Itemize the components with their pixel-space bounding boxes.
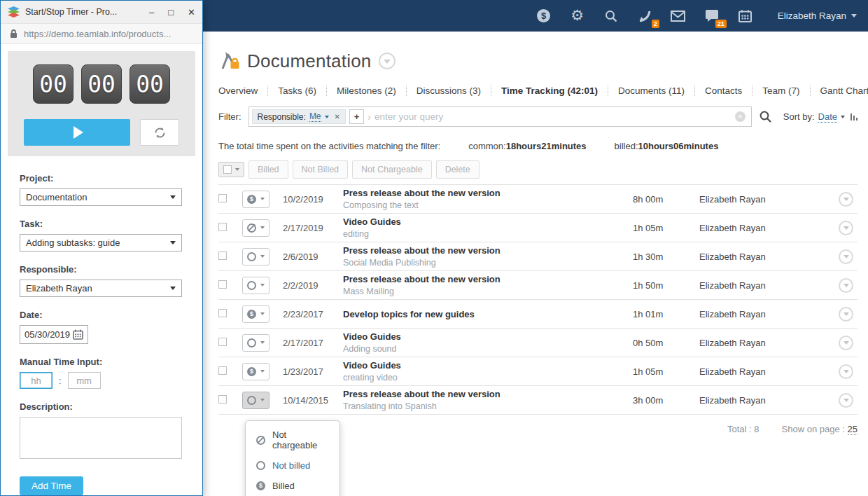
feed-icon[interactable]: 2 bbox=[636, 8, 653, 25]
sort-value[interactable]: Date bbox=[818, 111, 837, 123]
entry-task-title[interactable]: Video Guides bbox=[343, 216, 633, 227]
entry-task-title[interactable]: Press release about the new version bbox=[343, 245, 633, 256]
search-icon[interactable] bbox=[603, 8, 620, 25]
filter-box[interactable]: Responsible: Me ✕ + › ✕ bbox=[248, 106, 752, 127]
select-all-checkbox[interactable] bbox=[223, 165, 232, 174]
status-menu-item[interactable]: Not billed bbox=[246, 455, 340, 476]
status-menu-item[interactable]: Not chargeable bbox=[246, 425, 340, 455]
status-dropdown-button[interactable] bbox=[242, 219, 270, 237]
add-filter-button[interactable]: + bbox=[349, 109, 364, 124]
date-input[interactable] bbox=[24, 329, 72, 340]
calendar-icon[interactable] bbox=[737, 8, 754, 25]
entry-task-title[interactable]: Video Guides bbox=[343, 360, 633, 371]
row-actions-button[interactable] bbox=[839, 221, 853, 235]
status-dropdown-button[interactable] bbox=[242, 248, 270, 266]
entry-task-title[interactable]: Video Guides bbox=[343, 331, 633, 342]
row-actions-button[interactable] bbox=[839, 307, 853, 322]
settings-gear-icon[interactable]: ⚙ bbox=[569, 8, 586, 25]
project-tab[interactable]: Milestones (2) bbox=[327, 85, 407, 96]
row-actions-button[interactable] bbox=[839, 364, 853, 379]
status-dropdown-button[interactable] bbox=[242, 277, 270, 294]
bulk-action-button[interactable]: Not Chargeable bbox=[352, 160, 432, 179]
entry-person[interactable]: Elizabeth Rayan bbox=[699, 366, 825, 377]
status-menu-item[interactable]: Billed bbox=[246, 476, 340, 496]
row-checkbox[interactable] bbox=[218, 194, 227, 202]
chip-value[interactable]: Me bbox=[309, 112, 321, 122]
project-tab[interactable]: Documents (11) bbox=[608, 85, 695, 96]
task-select[interactable]: Adding subtasks: guide bbox=[20, 234, 182, 252]
row-actions-button[interactable] bbox=[839, 278, 853, 293]
row-actions-button[interactable] bbox=[839, 393, 853, 408]
status-dropdown-button[interactable] bbox=[242, 305, 270, 323]
calendar-picker-icon[interactable] bbox=[73, 329, 83, 340]
add-time-button[interactable]: Add Time bbox=[20, 476, 83, 495]
entry-task-title[interactable]: Press release about the new version bbox=[343, 389, 633, 399]
entry-task-title[interactable]: Press release about the new version bbox=[343, 188, 633, 198]
status-dropdown-button[interactable] bbox=[242, 392, 270, 409]
popup-address-bar[interactable]: https://demo.teamlab.info/products... bbox=[1, 24, 202, 44]
status-dropdown-button[interactable] bbox=[242, 363, 270, 380]
entry-task-title[interactable]: Develop topics for new guides bbox=[343, 309, 633, 319]
row-actions-button[interactable] bbox=[839, 336, 853, 350]
reset-timer-button[interactable] bbox=[140, 119, 179, 146]
clear-filter-icon[interactable]: ✕ bbox=[735, 111, 746, 122]
entry-date: 2/17/2017 bbox=[283, 338, 339, 348]
title-dropdown-button[interactable] bbox=[379, 53, 396, 69]
row-checkbox[interactable] bbox=[218, 366, 227, 375]
project-tab[interactable]: Tasks (6) bbox=[268, 85, 327, 96]
mail-icon[interactable] bbox=[670, 8, 687, 25]
row-checkbox[interactable] bbox=[218, 309, 227, 317]
talk-icon[interactable]: 21 bbox=[704, 8, 720, 25]
minutes-input[interactable] bbox=[68, 372, 101, 389]
maximize-button[interactable]: □ bbox=[168, 8, 174, 17]
project-tab[interactable]: Overview bbox=[218, 85, 268, 96]
bulk-action-button[interactable]: Delete bbox=[436, 160, 479, 179]
page-size-link[interactable]: 25 bbox=[848, 424, 858, 435]
entry-person[interactable]: Elizabeth Rayan bbox=[699, 252, 825, 262]
row-checkbox[interactable] bbox=[218, 223, 227, 231]
row-checkbox-cell bbox=[218, 394, 242, 406]
entry-person[interactable]: Elizabeth Rayan bbox=[699, 280, 825, 291]
sort-bars-icon[interactable] bbox=[850, 113, 858, 120]
entry-person[interactable]: Elizabeth Rayan bbox=[699, 309, 825, 319]
chip-remove-icon[interactable]: ✕ bbox=[335, 113, 340, 120]
status-dropdown-button[interactable] bbox=[242, 334, 270, 352]
filter-query-input[interactable] bbox=[374, 111, 732, 122]
responsible-select[interactable]: Elizabeth Rayan bbox=[20, 280, 182, 297]
filter-chip-responsible[interactable]: Responsible: Me ✕ bbox=[252, 109, 346, 124]
chevron-down-icon bbox=[841, 116, 845, 118]
entry-task-title[interactable]: Press release about the new version bbox=[343, 274, 633, 284]
entry-person[interactable]: Elizabeth Rayan bbox=[699, 223, 825, 233]
project-select[interactable]: Documentation bbox=[20, 188, 182, 206]
user-menu[interactable]: Elizabeth Rayan bbox=[778, 11, 857, 21]
row-checkbox[interactable] bbox=[218, 395, 227, 404]
select-all-dropdown[interactable] bbox=[218, 162, 244, 177]
minimize-button[interactable]: – bbox=[149, 8, 154, 17]
filter-search-icon[interactable] bbox=[759, 110, 772, 123]
row-checkbox[interactable] bbox=[218, 338, 227, 346]
project-tab[interactable]: Discussions (3) bbox=[407, 85, 491, 96]
row-actions-button[interactable] bbox=[839, 192, 853, 207]
row-checkbox[interactable] bbox=[218, 280, 227, 289]
payments-icon[interactable]: $ bbox=[536, 8, 552, 25]
row-status-cell bbox=[242, 334, 283, 352]
description-input[interactable] bbox=[20, 417, 182, 459]
chevron-down-icon bbox=[260, 284, 265, 287]
project-tab[interactable]: Team (7) bbox=[752, 85, 810, 96]
entry-person[interactable]: Elizabeth Rayan bbox=[699, 194, 825, 205]
status-dropdown-button[interactable] bbox=[242, 191, 270, 208]
bulk-action-button[interactable]: Billed bbox=[248, 160, 288, 179]
row-actions-button[interactable] bbox=[839, 249, 853, 264]
close-button[interactable]: ✕ bbox=[188, 8, 195, 17]
project-tab[interactable]: Contacts bbox=[695, 85, 752, 96]
project-tab[interactable]: Time Tracking (42:01) bbox=[491, 85, 608, 96]
start-timer-button[interactable] bbox=[24, 119, 130, 146]
popup-title-bar[interactable]: Start/Stop Timer - Pro... – □ ✕ bbox=[1, 1, 202, 24]
project-tab[interactable]: Gantt Chart bbox=[811, 85, 868, 96]
entry-person[interactable]: Elizabeth Rayan bbox=[699, 395, 825, 406]
row-checkbox-cell bbox=[218, 221, 242, 234]
row-checkbox[interactable] bbox=[218, 252, 227, 260]
entry-person[interactable]: Elizabeth Rayan bbox=[699, 338, 825, 348]
bulk-action-button[interactable]: Not Billed bbox=[293, 160, 349, 179]
hours-input[interactable] bbox=[20, 372, 52, 389]
